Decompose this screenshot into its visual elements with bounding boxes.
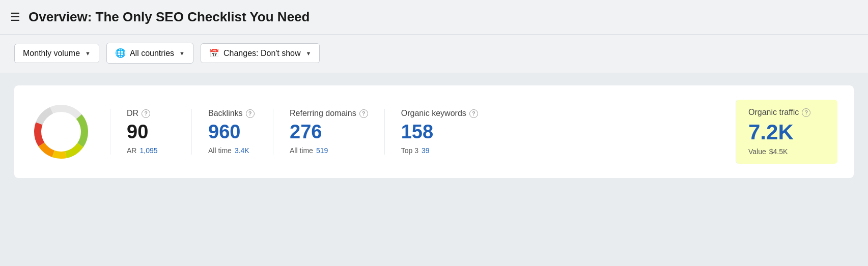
dr-help-icon[interactable]: ? xyxy=(142,109,150,118)
changes-dropdown[interactable]: 📅 Changes: Don't show ▼ xyxy=(201,43,320,63)
backlinks-sub: All time 3.4K xyxy=(208,146,257,155)
dr-sub: AR 1,095 xyxy=(127,146,175,155)
page-title: Overview: The Only SEO Checklist You Nee… xyxy=(29,9,310,25)
monthly-volume-label: Monthly volume xyxy=(23,49,80,58)
all-countries-caret-icon: ▼ xyxy=(179,50,185,56)
referring-domains-sub: All time 519 xyxy=(290,146,368,155)
organic-keywords-label: Organic keywords ? xyxy=(401,109,478,118)
organic-traffic-label: Organic traffic ? xyxy=(748,108,825,117)
monthly-volume-dropdown[interactable]: Monthly volume ▼ xyxy=(14,44,99,63)
referring-domains-help-icon[interactable]: ? xyxy=(359,109,368,118)
organic-traffic-help-icon[interactable]: ? xyxy=(802,108,810,117)
referring-domains-stat-block: Referring domains ? 276 All time 519 xyxy=(273,109,384,155)
backlinks-label: Backlinks ? xyxy=(208,109,257,118)
globe-icon: 🌐 xyxy=(115,48,126,58)
organic-traffic-sub: Value $4.5K xyxy=(748,147,825,156)
dr-stat-block: DR ? 90 AR 1,095 xyxy=(110,109,191,155)
organic-traffic-value: 7.2K xyxy=(748,120,825,144)
changes-caret-icon: ▼ xyxy=(306,50,312,56)
dr-value: 90 xyxy=(127,121,175,143)
backlinks-stat-block: Backlinks ? 960 All time 3.4K xyxy=(191,109,273,155)
organic-keywords-top3-value: 39 xyxy=(422,146,430,155)
dr-ar-value: 1,095 xyxy=(139,146,157,155)
dr-donut-chart xyxy=(31,101,92,162)
all-countries-label: All countries xyxy=(130,49,174,58)
backlinks-value: 960 xyxy=(208,121,257,143)
calendar-icon: 📅 xyxy=(209,48,219,58)
organic-keywords-stat-block: Organic keywords ? 158 Top 3 39 xyxy=(384,109,494,155)
organic-keywords-sub: Top 3 39 xyxy=(401,146,478,155)
referring-domains-alltime-value: 519 xyxy=(316,146,328,155)
organic-keywords-help-icon[interactable]: ? xyxy=(469,109,478,118)
backlinks-help-icon[interactable]: ? xyxy=(246,109,255,118)
changes-label: Changes: Don't show xyxy=(223,49,301,58)
organic-traffic-value-amount: $4.5K xyxy=(769,147,788,156)
referring-domains-value: 276 xyxy=(290,121,368,143)
hamburger-icon[interactable]: ☰ xyxy=(10,12,20,23)
organic-keywords-value: 158 xyxy=(401,121,478,143)
organic-traffic-stat-block: Organic traffic ? 7.2K Value $4.5K xyxy=(736,100,837,164)
referring-domains-label: Referring domains ? xyxy=(290,109,368,118)
all-countries-dropdown[interactable]: 🌐 All countries ▼ xyxy=(106,43,193,64)
monthly-volume-caret-icon: ▼ xyxy=(85,50,91,56)
header-bar: ☰ Overview: The Only SEO Checklist You N… xyxy=(0,0,868,35)
stats-card: DR ? 90 AR 1,095 Backlinks ? 960 All tim… xyxy=(14,85,854,178)
main-content: DR ? 90 AR 1,095 Backlinks ? 960 All tim… xyxy=(0,73,868,190)
backlinks-alltime-value: 3.4K xyxy=(235,146,249,155)
dr-label: DR ? xyxy=(127,109,175,118)
toolbar-bar: Monthly volume ▼ 🌐 All countries ▼ 📅 Cha… xyxy=(0,35,868,73)
